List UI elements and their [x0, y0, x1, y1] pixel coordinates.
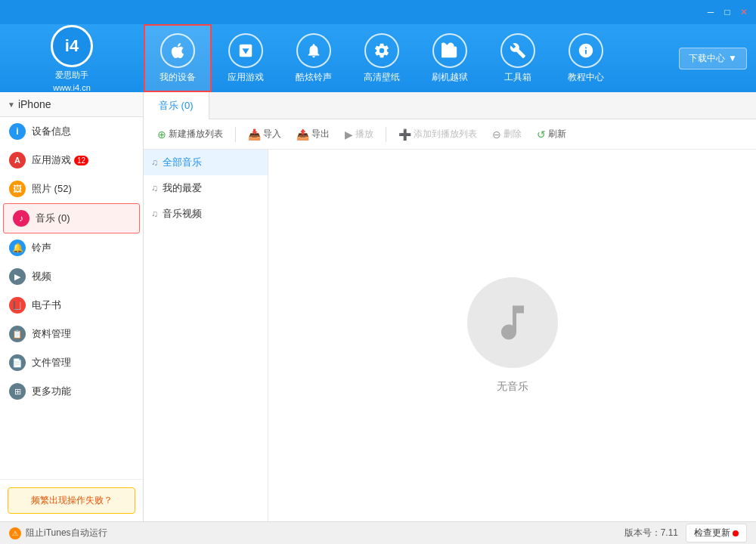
main-layout: ▼ iPhone i 设备信息 A 应用游戏 12 — [0, 92, 756, 521]
sidebar-device-name: iPhone — [18, 98, 51, 110]
ebooks-icon: 📕 — [9, 297, 26, 314]
toolbar-divider-1 — [235, 127, 236, 142]
sidebar: ▼ iPhone i 设备信息 A 应用游戏 12 — [0, 92, 144, 521]
delete-button[interactable]: ⊖ 删除 — [486, 125, 528, 144]
content-tabs: 音乐 (0) — [144, 92, 756, 119]
playlist-music-videos[interactable]: ♫ 音乐视频 — [144, 201, 268, 227]
more-icon: ⊞ — [9, 383, 26, 400]
play-label: 播放 — [355, 128, 373, 141]
import-button[interactable]: 📥 导入 — [242, 125, 287, 144]
nav-wallpapers-icon — [364, 33, 399, 68]
sidebar-item-file-mgmt[interactable]: 📄 文件管理 — [0, 348, 143, 377]
nav-jailbreak[interactable]: 刷机越狱 — [416, 24, 484, 92]
sidebar-item-photos[interactable]: 🖼 照片 (52) — [0, 175, 143, 203]
update-dot — [733, 530, 739, 536]
new-playlist-button[interactable]: ⊕ 新建播放列表 — [151, 125, 229, 144]
device-info-label: 设备信息 — [32, 125, 71, 138]
playlist-all-music[interactable]: ♫ 全部音乐 — [144, 150, 268, 175]
videos-icon: ▶ — [9, 268, 26, 285]
logo-brand: 爱思助手 — [55, 70, 88, 81]
nav-apps-games[interactable]: 应用游戏 — [212, 24, 280, 92]
nav-jailbreak-label: 刷机越狱 — [432, 71, 468, 84]
close-button[interactable]: ✕ — [738, 6, 750, 18]
status-text: 阻止iTunes自动运行 — [26, 527, 107, 539]
logo-area: i4 爱思助手 www.i4.cn — [0, 24, 144, 92]
file-mgmt-label: 文件管理 — [32, 356, 71, 369]
nav-my-device[interactable]: 我的设备 — [144, 24, 212, 92]
all-music-icon: ♫ — [151, 157, 158, 168]
sidebar-device-arrow: ▼ — [8, 100, 15, 109]
export-icon: 📤 — [296, 128, 309, 141]
download-icon: ▼ — [728, 53, 737, 63]
nav-tutorials[interactable]: 教程中心 — [552, 24, 620, 92]
nav-toolbox-icon — [500, 33, 535, 68]
music-videos-label: 音乐视频 — [163, 207, 202, 221]
file-mgmt-icon: 📄 — [9, 354, 26, 371]
export-label: 导出 — [311, 128, 330, 141]
sidebar-bottom: 频繁出现操作失败？ — [0, 479, 143, 521]
ringtones-icon: 🔔 — [9, 240, 26, 256]
logo-website: www.i4.cn — [53, 83, 91, 92]
header-right: 下载中心 ▼ — [679, 48, 747, 70]
nav-toolbox-label: 工具箱 — [504, 71, 531, 84]
addto-label: 添加到播放列表 — [414, 128, 477, 141]
play-button[interactable]: ▶ 播放 — [339, 125, 380, 144]
add-to-playlist-button[interactable]: ➕ 添加到播放列表 — [392, 125, 483, 144]
photos-icon: 🖼 — [9, 181, 26, 197]
nav-wallpapers-label: 高清壁纸 — [364, 71, 400, 84]
apps-label: 应用游戏 — [32, 153, 71, 167]
music-icon: ♪ — [13, 210, 29, 227]
troubleshoot-button[interactable]: 频繁出现操作失败？ — [8, 487, 135, 514]
playlist-favorites[interactable]: ♫ 我的最爱 — [144, 175, 268, 201]
no-music-icon — [467, 277, 558, 368]
sidebar-item-data-mgmt[interactable]: 📋 资料管理 — [0, 320, 143, 348]
sidebar-item-videos[interactable]: ▶ 视频 — [0, 262, 143, 291]
header: i4 爱思助手 www.i4.cn 我的设备 应用游戏 酷炫铃声 — [0, 24, 756, 92]
music-videos-icon: ♫ — [151, 209, 158, 219]
nav-wallpapers[interactable]: 高清壁纸 — [348, 24, 416, 92]
sidebar-item-device-info[interactable]: i 设备信息 — [0, 117, 143, 146]
download-center-button[interactable]: 下载中心 ▼ — [679, 48, 747, 70]
export-button[interactable]: 📤 导出 — [290, 125, 336, 144]
music-main-area: 无音乐 — [268, 150, 756, 521]
sidebar-item-music[interactable]: ♪ 音乐 (0) — [3, 203, 140, 233]
import-label: 导入 — [263, 128, 281, 141]
favorites-icon: ♫ — [151, 183, 158, 193]
status-right: 版本号：7.11 检查更新 — [624, 524, 747, 542]
statusbar: ⚠ 阻止iTunes自动运行 版本号：7.11 检查更新 — [0, 521, 756, 544]
check-update-label: 检查更新 — [694, 527, 730, 539]
minimize-button[interactable]: ─ — [705, 6, 717, 18]
nav-toolbox[interactable]: 工具箱 — [484, 24, 552, 92]
music-tab[interactable]: 音乐 (0) — [144, 92, 209, 119]
nav-tutorials-icon — [569, 33, 603, 68]
toolbar: ⊕ 新建播放列表 📥 导入 📤 导出 ▶ 播放 ➕ 添加到播放列表 — [144, 119, 756, 150]
status-left: ⚠ 阻止iTunes自动运行 — [9, 527, 107, 539]
music-label: 音乐 (0) — [36, 212, 70, 225]
sidebar-items-list: i 设备信息 A 应用游戏 12 🖼 照片 (52) — [0, 117, 143, 479]
nav-tutorials-label: 教程中心 — [568, 71, 604, 84]
import-icon: 📥 — [248, 128, 261, 141]
itunes-icon: ⚠ — [9, 527, 21, 539]
sidebar-item-more[interactable]: ⊞ 更多功能 — [0, 377, 143, 406]
videos-label: 视频 — [32, 270, 51, 283]
more-label: 更多功能 — [32, 385, 71, 398]
refresh-button[interactable]: ↺ 刷新 — [531, 125, 572, 144]
sidebar-device: ▼ iPhone — [0, 92, 143, 117]
sidebar-item-apps[interactable]: A 应用游戏 12 — [0, 146, 143, 175]
nav-ringtones-icon — [296, 33, 331, 68]
delete-label: 删除 — [503, 128, 522, 141]
no-music-text: 无音乐 — [497, 380, 528, 394]
sidebar-item-ebooks[interactable]: 📕 电子书 — [0, 291, 143, 320]
refresh-label: 刷新 — [548, 128, 566, 141]
maximize-button[interactable]: □ — [721, 6, 733, 18]
ebooks-label: 电子书 — [32, 298, 61, 312]
nav-ringtones[interactable]: 酷炫铃声 — [280, 24, 348, 92]
playlist-panel: ♫ 全部音乐 ♫ 我的最爱 ♫ 音乐视频 — [144, 150, 268, 521]
sidebar-item-ringtones[interactable]: 🔔 铃声 — [0, 233, 143, 262]
delete-icon: ⊖ — [492, 128, 501, 141]
version-label: 版本号：7.11 — [624, 527, 678, 539]
nav-apps-label: 应用游戏 — [228, 71, 264, 84]
nav-my-device-icon — [160, 33, 195, 68]
check-update-button[interactable]: 检查更新 — [686, 524, 747, 542]
all-music-label: 全部音乐 — [163, 156, 202, 169]
